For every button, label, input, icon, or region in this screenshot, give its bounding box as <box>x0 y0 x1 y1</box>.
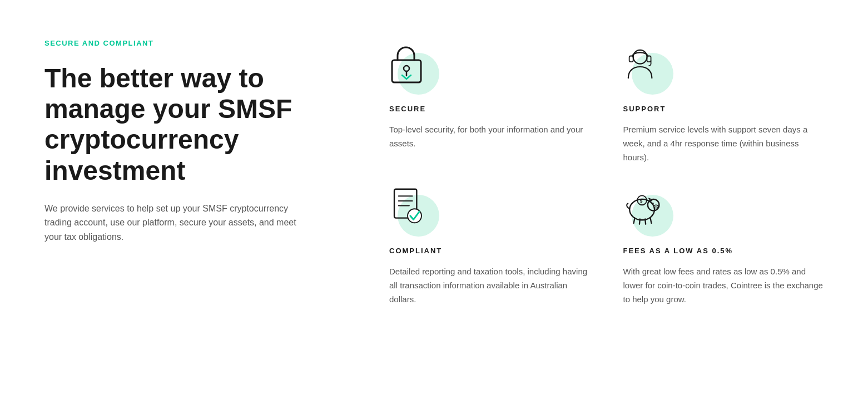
svg-line-18 <box>639 219 639 224</box>
support-desc: Premium service levels with support seve… <box>623 123 824 164</box>
secure-icon-wrapper <box>389 45 439 95</box>
secure-desc: Top-level security, for both your inform… <box>389 123 590 151</box>
svg-line-20 <box>650 218 651 223</box>
features-grid: SECURE Top-level security, for both your… <box>389 33 824 307</box>
svg-rect-4 <box>629 56 633 62</box>
svg-point-14 <box>654 206 655 207</box>
feature-secure: SECURE Top-level security, for both your… <box>389 45 590 164</box>
svg-point-16 <box>652 203 653 204</box>
support-title: SUPPORT <box>623 105 824 113</box>
compliant-icon-wrapper <box>389 186 439 237</box>
feature-fees: $ FEES AS A LOW AS 0.5% With great low f… <box>623 186 824 306</box>
svg-line-19 <box>645 219 646 224</box>
feature-support: SUPPORT Premium service levels with supp… <box>623 45 824 164</box>
svg-point-1 <box>404 66 409 71</box>
feature-compliant: COMPLIANT Detailed reporting and taxatio… <box>389 186 590 306</box>
fees-icon-wrapper: $ <box>623 186 673 237</box>
piggy-icon: $ <box>623 186 662 227</box>
fees-desc: With great low fees and rates as low as … <box>623 265 824 306</box>
main-heading: The better way to manage your SMSF crypt… <box>44 63 356 186</box>
tag-line: SECURE AND COMPLIANT <box>44 39 356 47</box>
page-container: SECURE AND COMPLIANT The better way to m… <box>0 0 868 340</box>
secure-title: SECURE <box>389 105 590 113</box>
lock-icon <box>389 45 424 85</box>
support-icon-wrapper <box>623 45 673 95</box>
svg-line-17 <box>633 218 634 223</box>
compliant-title: COMPLIANT <box>389 247 590 255</box>
document-icon <box>389 186 427 227</box>
headset-icon <box>623 45 658 85</box>
svg-point-15 <box>656 206 657 207</box>
svg-text:$: $ <box>639 199 642 204</box>
fees-title: FEES AS A LOW AS 0.5% <box>623 247 824 255</box>
compliant-desc: Detailed reporting and taxation tools, i… <box>389 265 590 306</box>
svg-rect-5 <box>647 56 651 62</box>
left-panel: SECURE AND COMPLIANT The better way to m… <box>44 33 356 307</box>
description-text: We provide services to help set up your … <box>44 201 311 244</box>
